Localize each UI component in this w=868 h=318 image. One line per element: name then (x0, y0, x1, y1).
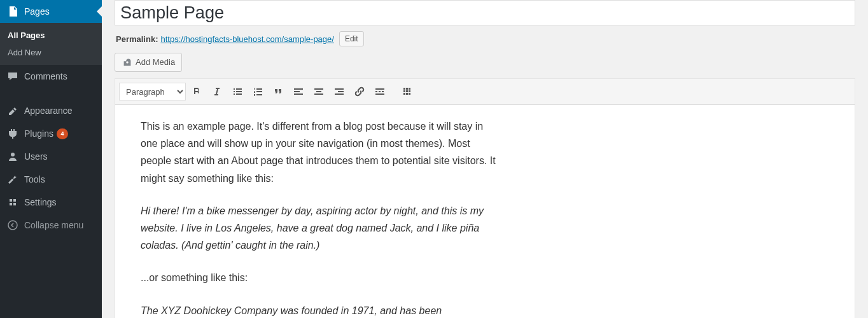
pages-icon (6, 5, 19, 18)
content-p1: This is an example page. It's different … (141, 118, 497, 187)
media-icon (122, 57, 133, 68)
edit-permalink-button[interactable]: Edit (339, 31, 364, 46)
sidebar-item-appearance[interactable]: Appearance (0, 99, 102, 122)
content-p4: The XYZ Doohickey Company was founded in… (141, 305, 442, 316)
sidebar-item-label: Collapse menu (24, 220, 83, 230)
sidebar-item-tools[interactable]: Tools (0, 168, 102, 191)
bold-button[interactable] (187, 82, 206, 101)
admin-sidebar: Pages All Pages Add New Comments Appeara… (0, 0, 102, 318)
sidebar-item-plugins[interactable]: Plugins 4 (0, 122, 102, 145)
sidebar-item-label: Plugins (24, 128, 53, 139)
appearance-icon (6, 104, 19, 117)
sidebar-item-comments[interactable]: Comments (0, 65, 102, 88)
users-icon (6, 150, 19, 163)
content-p2: Hi there! I'm a bike messenger by day, a… (141, 205, 484, 251)
align-center-button[interactable] (309, 82, 328, 101)
comments-icon (6, 70, 19, 83)
submenu-add-new[interactable]: Add New (0, 44, 102, 61)
plugins-icon (6, 127, 19, 140)
sidebar-item-pages[interactable]: Pages (0, 0, 102, 23)
permalink-label: Permalink: (116, 34, 158, 44)
settings-icon (6, 196, 19, 209)
editor-toolbar: Paragraph (115, 79, 855, 105)
toolbar-toggle-button[interactable] (398, 82, 417, 101)
svg-point-0 (8, 221, 17, 230)
add-media-button[interactable]: Add Media (115, 53, 182, 72)
italic-button[interactable] (207, 82, 227, 101)
permalink-row: Permalink: https://hostingfacts-bluehost… (115, 27, 855, 53)
plugins-badge: 4 (57, 128, 68, 139)
sidebar-item-settings[interactable]: Settings (0, 191, 102, 214)
more-button[interactable] (370, 82, 389, 101)
pages-submenu: All Pages Add New (0, 23, 102, 65)
sidebar-item-label: Tools (24, 174, 45, 184)
sidebar-item-label: Settings (24, 197, 57, 207)
ol-button[interactable] (248, 82, 267, 101)
sidebar-item-collapse[interactable]: Collapse menu (0, 214, 102, 237)
sidebar-item-label: Pages (24, 6, 50, 17)
sidebar-item-label: Users (24, 151, 48, 162)
add-media-label: Add Media (136, 53, 175, 71)
ul-button[interactable] (228, 82, 247, 101)
link-button[interactable] (350, 82, 369, 101)
permalink-url[interactable]: https://hostingfacts-bluehost.com/sample… (160, 34, 333, 44)
editor-content: Permalink: https://hostingfacts-bluehost… (102, 0, 868, 318)
sidebar-item-users[interactable]: Users (0, 145, 102, 168)
editor-body[interactable]: This is an example page. It's different … (115, 105, 522, 318)
editor-frame: Paragraph This is an example page. It's … (115, 78, 855, 318)
align-left-button[interactable] (289, 82, 308, 101)
submenu-all-pages[interactable]: All Pages (0, 27, 102, 44)
align-right-button[interactable] (330, 82, 349, 101)
page-title-input[interactable] (115, 0, 855, 25)
format-select[interactable]: Paragraph (119, 83, 186, 100)
tools-icon (6, 173, 19, 186)
collapse-icon (6, 219, 19, 232)
sidebar-item-label: Appearance (24, 106, 73, 116)
content-p3: ...or something like this: (141, 269, 497, 286)
quote-button[interactable] (269, 82, 288, 101)
sidebar-item-label: Comments (24, 71, 67, 81)
